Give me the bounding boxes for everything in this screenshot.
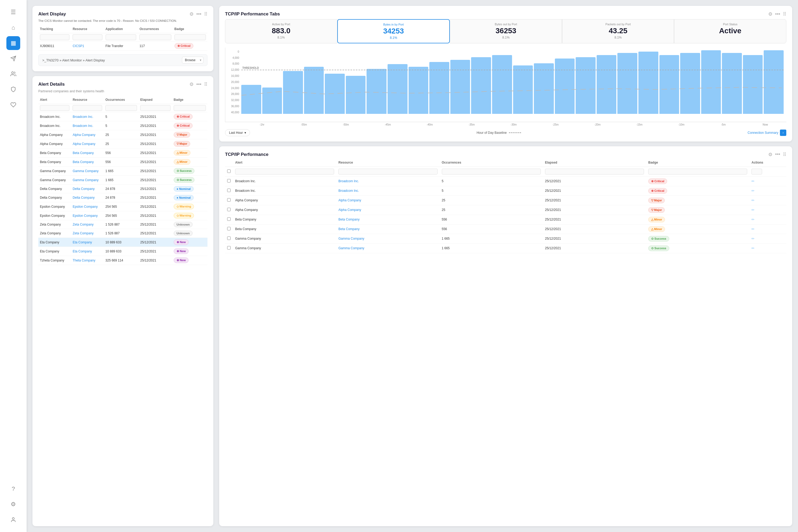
filter-elapsed[interactable] [545,169,644,174]
settings-icon[interactable]: ⚙ [189,81,194,87]
perf-tab-4[interactable]: Port Status Active [674,19,786,43]
perf-tab-2[interactable]: Bytes out by Port 36253 8.1% [450,19,562,43]
row-checkbox[interactable] [227,227,231,230]
cell-resource-link[interactable]: Zeta Company [73,231,94,235]
filter-alert[interactable] [235,169,334,174]
edit-icon[interactable]: ✏ [752,217,755,222]
grid-icon[interactable]: ⠿ [783,152,786,157]
cell-resource-link[interactable]: Epsilon Company [73,214,98,217]
cell-resource-link[interactable]: Gamma Company [338,237,364,241]
cell-occurrences: 556 [104,157,138,167]
row-checkbox[interactable] [227,246,231,249]
cell-resource-link[interactable]: Gamma Company [338,246,364,250]
filter-alert[interactable] [40,105,70,111]
dots-icon[interactable]: ••• [196,82,201,87]
edit-icon[interactable]: ✏ [752,208,755,212]
row-checkbox[interactable] [227,189,231,192]
browse-select[interactable]: Browse [182,57,204,63]
filter-resource[interactable] [73,34,102,40]
connection-summary-button[interactable]: Connection Summary › [748,130,786,136]
cell-resource-link[interactable]: Delta Company [73,187,95,191]
perf-tab-value: 36253 [452,27,560,35]
cell-resource-link[interactable]: Eta Company [73,249,92,253]
perf-tab-0[interactable]: Active by Port 883.0 8.1% [225,19,337,43]
edit-icon[interactable]: ✏ [752,189,755,193]
grid-icon[interactable]: ⠿ [204,11,208,17]
dots-icon[interactable]: ••• [196,12,201,17]
filter-resource[interactable] [73,105,102,111]
status-badge: ⊕ New [174,258,189,263]
cell-resource-link[interactable]: Broadcom Inc. [73,115,93,119]
edit-icon[interactable]: ✏ [752,236,755,241]
grid-icon[interactable]: ⠿ [783,11,786,17]
x-label: -35m [451,123,493,126]
cell-resource-link[interactable]: Theta Company [73,259,95,262]
edit-icon[interactable]: ✏ [752,179,755,183]
edit-icon[interactable]: ✏ [752,198,755,203]
cell-resource-link[interactable]: Beta Company [338,227,359,231]
row-checkbox[interactable] [227,198,231,202]
filter-badge[interactable] [174,105,206,111]
edit-icon[interactable]: ✏ [752,227,755,231]
settings-icon[interactable]: ⚙ [768,11,773,17]
cell-resource-link[interactable]: Alpha Company [338,198,361,202]
cell-resource-link[interactable]: Broadcom Inc. [338,189,359,193]
cell-resource-link[interactable]: Beta Company [338,217,359,221]
dots-icon[interactable]: ••• [775,152,780,157]
settings-icon[interactable]: ⚙ [189,11,194,17]
sidebar-item-user[interactable] [6,513,20,527]
filter-occurrences[interactable] [442,169,541,174]
cell-resource-link[interactable]: Beta Company [73,160,94,164]
sidebar-item-settings[interactable]: ⚙ [6,497,20,511]
row-checkbox[interactable] [227,217,231,221]
sidebar-item-menu[interactable]: ☰ [6,5,20,19]
filter-occurrences[interactable] [105,105,137,111]
cell-resource-link[interactable]: Alpha Company [338,208,361,212]
perf-tab-3[interactable]: Packets out by Port 43.25 8.1% [562,19,674,43]
filter-badge[interactable] [648,169,747,174]
perf-tab-1[interactable]: Bytes in by Port 34253 8.1% [337,19,450,43]
cell-resource-link[interactable]: Gamma Company [73,178,98,182]
filter-resource[interactable] [338,169,437,174]
select-all-checkbox[interactable] [227,169,231,173]
edit-icon[interactable]: ✏ [752,246,755,250]
cell-resource-link[interactable]: Beta Company [73,151,94,155]
sidebar-item-dashboard[interactable]: ▦ [6,36,20,50]
cell-resource-link[interactable]: Zeta Company [73,223,94,226]
chart-bar-wrap [513,50,533,114]
sidebar-item-users[interactable] [6,67,20,81]
alert-details-scroll[interactable]: Alert Resource Occurrences Elapsed Badge [38,97,208,265]
row-checkbox[interactable] [227,179,231,183]
cell-resource-link[interactable]: Broadcom Inc. [73,124,93,128]
cell-resource-link[interactable]: Eta Company [73,241,92,244]
table-row: Alpha Company Alpha Company 25 25/12/202… [225,195,786,205]
settings-icon[interactable]: ⚙ [768,152,773,157]
dots-icon[interactable]: ••• [775,12,780,17]
filter-actions[interactable] [752,169,762,174]
filter-elapsed[interactable] [140,105,170,111]
cell-resource-link[interactable]: Delta Company [73,196,95,200]
cell-resource-link[interactable]: CICSP1 [73,44,84,48]
y-label: 0 [225,50,239,53]
sidebar-item-shield[interactable] [6,82,20,96]
sidebar-item-heart[interactable] [6,98,20,112]
filter-application[interactable] [106,34,136,40]
sidebar-item-home[interactable]: ⌂ [6,21,20,35]
cell-resource-link[interactable]: Broadcom Inc. [338,179,359,183]
cell-resource-link[interactable]: Gamma Company [73,169,98,173]
grid-icon[interactable]: ⠿ [204,81,208,87]
last-hour-button[interactable]: Last Hour ▾ [225,129,250,136]
cell-resource-link[interactable]: Epsilon Company [73,205,98,209]
filter-badge[interactable] [174,34,206,40]
filter-tracking[interactable] [40,34,70,40]
cell-resource-link[interactable]: Alpha Company [73,133,95,137]
row-checkbox[interactable] [227,208,231,211]
filter-occurrences[interactable] [139,34,171,40]
tcp-performance-scroll[interactable]: Alert Resource Occurrences Elapsed Badge… [225,159,786,253]
chart-bar-wrap [283,50,303,114]
sidebar-item-help[interactable]: ? [6,482,20,496]
cell-resource-link[interactable]: Alpha Company [73,142,95,146]
sidebar-item-send[interactable] [6,52,20,65]
x-label: -40m [409,123,451,126]
row-checkbox[interactable] [227,236,231,240]
